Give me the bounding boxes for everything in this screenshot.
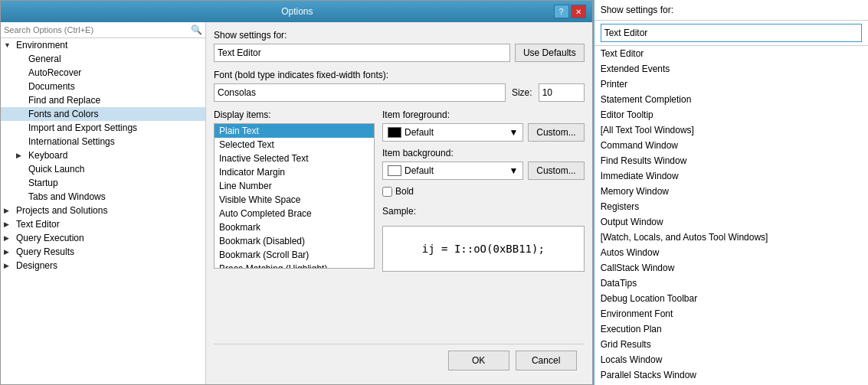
- foreground-custom-button[interactable]: Custom...: [528, 123, 584, 142]
- sidebar-item[interactable]: Execution Plan: [594, 321, 868, 337]
- sidebar-item[interactable]: Locals Window: [594, 352, 868, 367]
- sample-label: Sample:: [382, 206, 585, 217]
- tree-item-queryexecution[interactable]: ▶Query Execution: [1, 231, 205, 245]
- tree-label-importexport: Import and Export Settings: [28, 122, 137, 133]
- background-custom-button[interactable]: Custom...: [528, 162, 584, 180]
- ok-button[interactable]: OK: [448, 351, 509, 370]
- sidebar-item[interactable]: Output Window: [594, 214, 868, 230]
- show-settings-label: Show settings for:: [214, 30, 585, 41]
- tree-item-general[interactable]: General: [1, 52, 205, 66]
- sidebar-item[interactable]: Environment Font: [594, 306, 868, 321]
- search-input[interactable]: [4, 25, 191, 34]
- sidebar-item[interactable]: Parallel Stacks Window: [594, 367, 868, 383]
- sample-text: ij = I::oO(0xBB11);: [422, 243, 545, 255]
- display-item[interactable]: Selected Text: [215, 138, 374, 152]
- sidebar-item[interactable]: Extended Events: [594, 61, 868, 77]
- sidebar-item[interactable]: Memory Window: [594, 184, 868, 199]
- tree-item-fontscolors[interactable]: Fonts and Colors: [1, 107, 205, 121]
- background-color-btn[interactable]: Default ▼: [382, 162, 523, 180]
- sidebar-item[interactable]: Find Results Window: [594, 153, 868, 168]
- sidebar-item[interactable]: Autos Window: [594, 245, 868, 260]
- tree-item-tabswindows[interactable]: Tabs and Windows: [1, 190, 205, 204]
- sidebar-item[interactable]: DataTips: [594, 276, 868, 291]
- sidebar-header-label: Show settings for:: [594, 0, 868, 21]
- tree-item-autorecover[interactable]: AutoRecover: [1, 66, 205, 80]
- options-dialog: Options ? ✕ 🔍 ▼EnvironmentGeneralAutoRec…: [0, 0, 593, 385]
- display-item[interactable]: Brace Matching (Highlight): [215, 262, 374, 269]
- sidebar-item[interactable]: Debug Location Toolbar: [594, 291, 868, 306]
- sidebar-item[interactable]: Registers: [594, 199, 868, 214]
- tree-item-environment[interactable]: ▼Environment: [1, 38, 205, 52]
- tree-expander-keyboard: ▶: [16, 152, 28, 159]
- display-item[interactable]: Plain Text: [215, 124, 374, 138]
- tree-item-queryresults[interactable]: ▶Query Results: [1, 245, 205, 259]
- tree-label-keyboard: Keyboard: [28, 150, 67, 161]
- tree-expander-queryexecution: ▶: [4, 234, 16, 242]
- background-prop-row: Item background: Default ▼ Custom...: [382, 148, 585, 180]
- tree-item-texteditor[interactable]: ▶Text Editor: [1, 217, 205, 231]
- foreground-color-btn[interactable]: Default ▼: [382, 123, 523, 142]
- tree-label-startup: Startup: [28, 178, 58, 188]
- sidebar-list[interactable]: Text EditorExtended EventsPrinterStateme…: [594, 46, 868, 385]
- size-dropdown[interactable]: 10: [539, 83, 585, 102]
- display-items-list[interactable]: Plain TextSelected TextInactive Selected…: [214, 123, 375, 269]
- bold-checkbox[interactable]: [382, 187, 392, 197]
- tree-label-documents: Documents: [28, 81, 75, 92]
- sidebar-item[interactable]: Immediate Window: [594, 168, 868, 184]
- tree-item-international[interactable]: International Settings: [1, 135, 205, 148]
- tree-item-findreplace[interactable]: Find and Replace: [1, 93, 205, 107]
- foreground-prop-row: Item foreground: Default ▼ Custom...: [382, 109, 585, 142]
- tree-expander-designers: ▶: [4, 262, 16, 269]
- display-item[interactable]: Line Number: [215, 179, 374, 193]
- cancel-button[interactable]: Cancel: [516, 351, 577, 370]
- font-label: Font (bold type indicates fixed-width fo…: [214, 70, 585, 80]
- bold-row: Bold: [382, 186, 585, 197]
- sidebar-item[interactable]: Command Window: [594, 138, 868, 153]
- tree-label-projectssolutions: Projects and Solutions: [16, 205, 107, 216]
- sidebar-item[interactable]: Grid Results: [594, 337, 868, 352]
- foreground-swatch: [388, 127, 401, 138]
- columns-row: Display items: Plain TextSelected TextIn…: [214, 109, 585, 344]
- tree-expander-queryresults: ▶: [4, 248, 16, 256]
- sidebar-item[interactable]: CallStack Window: [594, 260, 868, 276]
- display-item[interactable]: Bookmark (Disabled): [215, 234, 374, 248]
- tree-item-documents[interactable]: Documents: [1, 80, 205, 93]
- content-panel: Show settings for: Text Editor Use Defau…: [206, 22, 592, 384]
- display-item[interactable]: Auto Completed Brace: [215, 207, 374, 220]
- display-item[interactable]: Visible White Space: [215, 193, 374, 207]
- sidebar-item[interactable]: [All Text Tool Windows]: [594, 122, 868, 138]
- close-button[interactable]: ✕: [571, 5, 586, 18]
- tree-label-findreplace: Find and Replace: [28, 95, 100, 106]
- sidebar-item[interactable]: Printer: [594, 77, 868, 92]
- show-settings-row: Text Editor Use Defaults: [214, 44, 585, 62]
- foreground-label: Item foreground:: [382, 109, 585, 120]
- sidebar-item[interactable]: [Watch, Locals, and Autos Tool Windows]: [594, 230, 868, 245]
- sidebar-item[interactable]: Editor Tooltip: [594, 107, 868, 122]
- tree-item-startup[interactable]: Startup: [1, 176, 205, 190]
- tree-item-projectssolutions[interactable]: ▶Projects and Solutions: [1, 204, 205, 217]
- bold-label: Bold: [395, 186, 414, 197]
- tree-label-quicklaunch: Quick Launch: [28, 164, 84, 175]
- tree-label-fontscolors: Fonts and Colors: [28, 109, 98, 119]
- sidebar-dropdown[interactable]: Text Editor: [601, 24, 862, 42]
- title-bar-controls: ? ✕: [554, 5, 586, 18]
- tree-label-general: General: [28, 54, 61, 64]
- display-item[interactable]: Bookmark (Scroll Bar): [215, 248, 374, 262]
- display-item[interactable]: Inactive Selected Text: [215, 152, 374, 165]
- font-dropdown[interactable]: Consolas: [214, 83, 506, 102]
- sidebar-item[interactable]: Statement Completion: [594, 92, 868, 107]
- tree-item-importexport[interactable]: Import and Export Settings: [1, 121, 205, 135]
- tree-item-designers[interactable]: ▶Designers: [1, 259, 205, 272]
- use-defaults-button[interactable]: Use Defaults: [515, 44, 585, 62]
- display-item[interactable]: Indicator Margin: [215, 165, 374, 179]
- search-icon: 🔍: [191, 24, 202, 35]
- help-button[interactable]: ?: [554, 5, 569, 18]
- sidebar-item[interactable]: Text Editor: [594, 46, 868, 61]
- tree-label-international: International Settings: [28, 136, 115, 147]
- tree-label-tabswindows: Tabs and Windows: [28, 191, 106, 202]
- tree-item-quicklaunch[interactable]: Quick Launch: [1, 162, 205, 176]
- tree-item-keyboard[interactable]: ▶Keyboard: [1, 148, 205, 162]
- display-item[interactable]: Bookmark: [215, 220, 374, 234]
- show-settings-dropdown[interactable]: Text Editor: [214, 44, 510, 62]
- tree-label-texteditor: Text Editor: [16, 219, 60, 230]
